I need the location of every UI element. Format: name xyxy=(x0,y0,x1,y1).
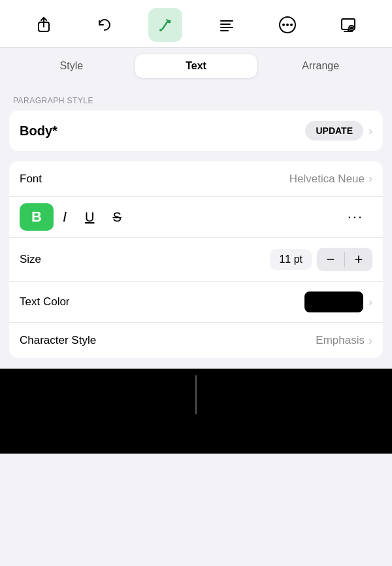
font-chevron-icon: › xyxy=(368,172,372,186)
text-color-row[interactable]: Text Color › xyxy=(9,282,383,323)
svg-point-10 xyxy=(290,24,293,26)
content-area: PARAGRAPH STYLE Body* UPDATE › Font Helv… xyxy=(0,84,392,358)
character-style-row[interactable]: Character Style Emphasis › xyxy=(9,323,383,358)
svg-point-9 xyxy=(286,24,289,26)
character-style-chevron-icon: › xyxy=(368,334,372,348)
character-style-label: Character Style xyxy=(20,334,316,347)
svg-point-3 xyxy=(159,29,162,31)
tab-style[interactable]: Style xyxy=(10,54,133,78)
color-swatch xyxy=(304,291,363,312)
tab-arrange[interactable]: Arrange xyxy=(259,54,382,78)
share-button[interactable] xyxy=(27,8,61,42)
cursor-line xyxy=(195,375,197,414)
format-buttons-row: B I U S ··· xyxy=(9,197,383,238)
paragraph-style-card: Body* UPDATE › xyxy=(9,110,383,151)
tab-text[interactable]: Text xyxy=(135,54,257,78)
more-format-button[interactable]: ··· xyxy=(338,205,372,229)
svg-point-2 xyxy=(168,20,171,24)
font-card: Font Helvetica Neue › B I U S ··· Size xyxy=(9,161,383,358)
character-style-value: Emphasis xyxy=(316,334,365,347)
paragraph-chevron-icon: › xyxy=(368,124,372,138)
align-button[interactable] xyxy=(210,8,244,42)
font-value: Helvetica Neue xyxy=(289,173,365,186)
update-button[interactable]: UPDATE xyxy=(305,121,363,141)
toolbar xyxy=(0,0,392,48)
more-options-button[interactable] xyxy=(270,8,304,42)
paragraph-style-name: Body* xyxy=(20,124,305,139)
paragraph-style-label: PARAGRAPH STYLE xyxy=(0,84,392,110)
format-button[interactable] xyxy=(148,8,182,42)
size-value: 11 pt xyxy=(270,249,312,270)
increase-size-button[interactable]: + xyxy=(345,248,372,271)
undo-button[interactable] xyxy=(88,8,122,42)
decrease-size-button[interactable]: − xyxy=(317,248,344,271)
size-label: Size xyxy=(20,253,270,266)
tab-bar: Style Text Arrange xyxy=(0,48,392,84)
preview-button[interactable] xyxy=(331,8,365,42)
svg-point-16 xyxy=(351,27,353,29)
strikethrough-button[interactable]: S xyxy=(103,206,130,229)
color-chevron-icon: › xyxy=(368,295,372,309)
bold-button[interactable]: B xyxy=(20,203,54,231)
svg-point-8 xyxy=(282,24,285,26)
italic-button[interactable]: I xyxy=(54,205,76,229)
size-stepper: − + xyxy=(317,248,372,271)
underline-button[interactable]: U xyxy=(76,206,103,229)
paragraph-style-row: Body* UPDATE › xyxy=(9,110,383,151)
font-row[interactable]: Font Helvetica Neue › xyxy=(9,161,383,197)
size-row: Size 11 pt − + xyxy=(9,238,383,282)
size-control: 11 pt − + xyxy=(270,248,372,271)
bottom-area xyxy=(0,369,392,454)
text-color-label: Text Color xyxy=(20,295,304,308)
font-label: Font xyxy=(20,173,289,186)
